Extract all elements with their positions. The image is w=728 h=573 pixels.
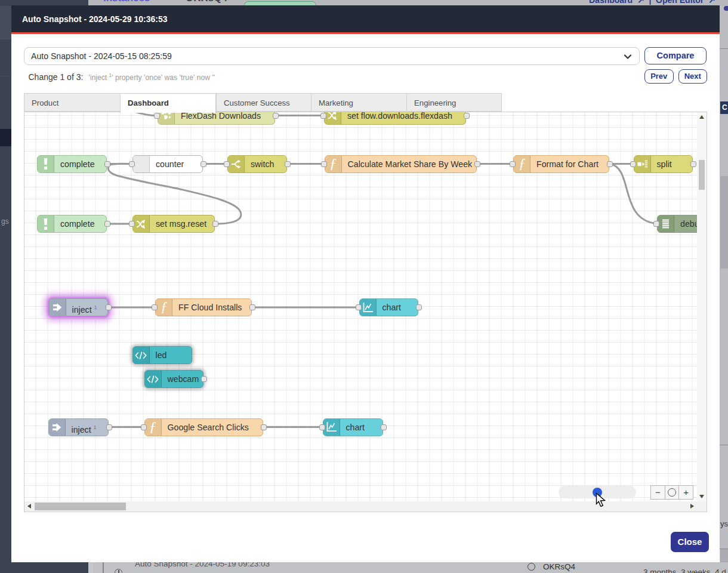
svg-text:ƒ: ƒ [149,420,156,434]
svg-text:ƒ: ƒ [519,157,526,171]
svg-text:ƒ: ƒ [161,300,168,314]
svg-text:ƒ: ƒ [329,157,337,171]
